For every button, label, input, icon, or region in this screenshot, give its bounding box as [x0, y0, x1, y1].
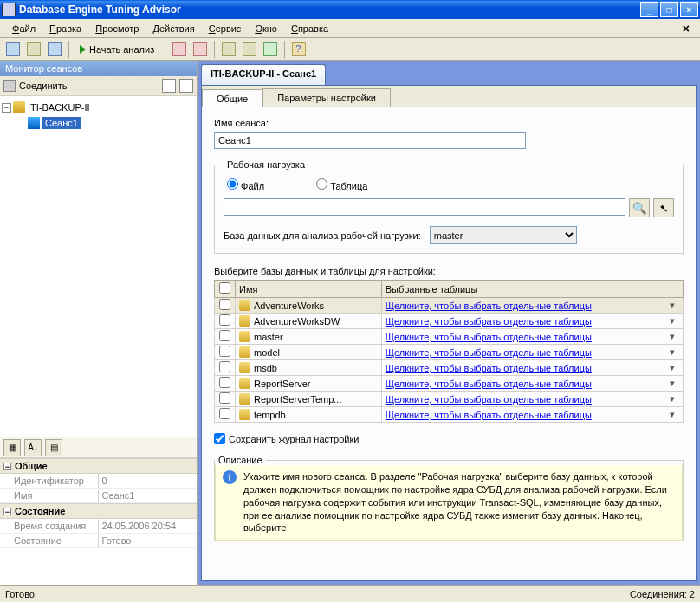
maximize-button[interactable]: □: [660, 2, 678, 17]
prop-cat-general[interactable]: −Общие: [0, 458, 197, 474]
database-icon: [239, 315, 250, 327]
property-toolbar: ▦ A↓ ▤: [0, 437, 197, 458]
table-row[interactable]: tempdbЩелкните, чтобы выбрать отдельные …: [215, 407, 684, 423]
session-tree[interactable]: − ITI-BACKUP-II Сеанс1: [0, 96, 197, 437]
tree-server-node[interactable]: − ITI-BACKUP-II: [2, 100, 195, 115]
prop-sort-icon[interactable]: A↓: [24, 439, 42, 456]
toolbar: Начать анализ: [0, 38, 700, 61]
tab-general[interactable]: Общие: [202, 89, 262, 107]
connect-button[interactable]: Соединить: [19, 81, 68, 91]
prop-pages-icon[interactable]: ▤: [45, 439, 62, 456]
table-row[interactable]: masterЩелкните, чтобы выбрать отдельные …: [215, 329, 684, 345]
select-tables-link[interactable]: Щелкните, чтобы выбрать отдельные таблиц…: [386, 332, 665, 342]
col-name[interactable]: Имя: [236, 281, 382, 298]
tool-open-icon[interactable]: [24, 40, 43, 59]
select-tables-link[interactable]: Щелкните, чтобы выбрать отдельные таблиц…: [386, 410, 665, 420]
select-tables-link[interactable]: Щелкните, чтобы выбрать отдельные таблиц…: [386, 347, 665, 358]
menu-service[interactable]: Сервис: [202, 22, 249, 36]
arrow-icon: ➷: [659, 202, 669, 215]
status-ready: Готово.: [5, 589, 37, 599]
tool-report-icon[interactable]: [261, 40, 280, 59]
tool-new-icon[interactable]: [3, 40, 23, 59]
tool-pause-icon[interactable]: [191, 40, 210, 59]
browse-table-button[interactable]: ➷: [653, 198, 674, 217]
row-checkbox[interactable]: [219, 346, 230, 357]
col-tables[interactable]: Выбранные таблицы: [381, 281, 683, 298]
save-log-checkbox[interactable]: Сохранить журнал настройки: [214, 433, 684, 444]
table-row[interactable]: AdventureWorksDWЩелкните, чтобы выбрать …: [215, 314, 684, 329]
dropdown-icon[interactable]: ▾: [665, 362, 679, 373]
dropdown-icon[interactable]: ▾: [665, 409, 679, 420]
dropdown-icon[interactable]: ▾: [665, 346, 679, 358]
menu-help[interactable]: Справка: [284, 22, 335, 36]
row-checkbox[interactable]: [219, 299, 230, 310]
table-row[interactable]: AdventureWorksЩелкните, чтобы выбрать от…: [215, 298, 684, 314]
row-checkbox[interactable]: [219, 330, 230, 341]
table-row[interactable]: msdbЩелкните, чтобы выбрать отдельные та…: [215, 360, 684, 376]
close-button[interactable]: ×: [680, 2, 698, 17]
dropdown-icon[interactable]: ▾: [665, 300, 679, 311]
dropdown-icon[interactable]: ▾: [665, 315, 679, 327]
tool-copy-icon[interactable]: [219, 40, 238, 59]
tree-session-node[interactable]: Сеанс1: [2, 115, 195, 131]
tool-stop-icon[interactable]: [170, 40, 189, 59]
db-name: tempdb: [254, 410, 286, 420]
menu-edit[interactable]: Правка: [42, 22, 88, 36]
monitor-refresh-icon[interactable]: [162, 79, 176, 93]
expander-icon[interactable]: −: [2, 103, 11, 113]
minimize-button[interactable]: _: [640, 2, 658, 17]
row-checkbox[interactable]: [219, 392, 230, 404]
app-icon: [2, 3, 16, 16]
browse-file-button[interactable]: 🔍: [629, 198, 650, 217]
select-all-checkbox[interactable]: [219, 282, 230, 294]
menu-window[interactable]: Окно: [248, 22, 284, 36]
titlebar: Database Engine Tuning Advisor _ □ ×: [0, 0, 700, 19]
db-name: msdb: [254, 363, 277, 373]
database-table: Имя Выбранные таблицы AdventureWorksЩелк…: [214, 280, 684, 423]
tool-paste-icon[interactable]: [240, 40, 259, 59]
menu-file[interactable]: Файл: [5, 22, 42, 36]
session-icon: [28, 117, 40, 129]
db-name: ReportServer: [254, 379, 310, 389]
select-tables-link[interactable]: Щелкните, чтобы выбрать отдельные таблиц…: [386, 363, 665, 373]
menu-view[interactable]: Просмотр: [88, 22, 146, 36]
row-checkbox[interactable]: [219, 361, 230, 372]
row-checkbox[interactable]: [219, 377, 230, 388]
dropdown-icon[interactable]: ▾: [665, 378, 679, 389]
db-analysis-label: База данных для анализа рабочей нагрузки…: [224, 230, 421, 241]
table-row[interactable]: ReportServerTemp...Щелкните, чтобы выбра…: [215, 392, 684, 407]
start-analysis-button[interactable]: Начать анализ: [74, 40, 160, 59]
workload-file-input[interactable]: [224, 198, 625, 216]
monitor-toolbar: Соединить: [0, 76, 197, 96]
table-row[interactable]: ReportServerЩелкните, чтобы выбрать отде…: [215, 376, 684, 392]
tool-save-icon[interactable]: [45, 40, 64, 59]
tool-help-icon[interactable]: [289, 40, 308, 59]
row-checkbox[interactable]: [219, 314, 230, 326]
db-analysis-select[interactable]: master: [430, 226, 577, 244]
dropdown-icon[interactable]: ▾: [665, 331, 679, 342]
dropdown-icon[interactable]: ▾: [665, 393, 679, 405]
prop-categorize-icon[interactable]: ▦: [3, 439, 21, 456]
menu-actions[interactable]: Действия: [146, 22, 201, 36]
select-tables-link[interactable]: Щелкните, чтобы выбрать отдельные таблиц…: [386, 394, 665, 405]
select-tables-link[interactable]: Щелкните, чтобы выбрать отдельные таблиц…: [386, 301, 665, 311]
tab-parameters[interactable]: Параметры настройки: [262, 88, 391, 107]
description-text: Укажите имя нового сеанса. В разделе "Ра…: [243, 470, 675, 534]
radio-file[interactable]: Файл: [227, 178, 264, 191]
play-icon: [80, 45, 86, 54]
select-tables-link[interactable]: Щелкните, чтобы выбрать отдельные таблиц…: [386, 379, 665, 389]
session-name-label: Имя сеанса:: [214, 118, 684, 128]
session-name-input[interactable]: [214, 132, 526, 149]
monitor-delete-icon[interactable]: [179, 79, 193, 93]
plug-icon: [3, 80, 16, 92]
table-row[interactable]: modelЩелкните, чтобы выбрать отдельные т…: [215, 345, 684, 360]
prop-cat-state[interactable]: −Состояние: [0, 503, 197, 519]
document-tab[interactable]: ITI-BACKUP-II - Сеанс1: [201, 64, 326, 85]
left-pane: Монитор сеансов Соединить − ITI-BACKUP-I…: [0, 61, 198, 585]
select-tables-link[interactable]: Щелкните, чтобы выбрать отдельные таблиц…: [386, 316, 665, 327]
database-icon: [239, 331, 250, 342]
radio-table[interactable]: Таблица: [316, 178, 367, 191]
row-checkbox[interactable]: [219, 408, 230, 419]
mdi-close-button[interactable]: ×: [677, 22, 695, 36]
database-icon: [239, 409, 250, 420]
